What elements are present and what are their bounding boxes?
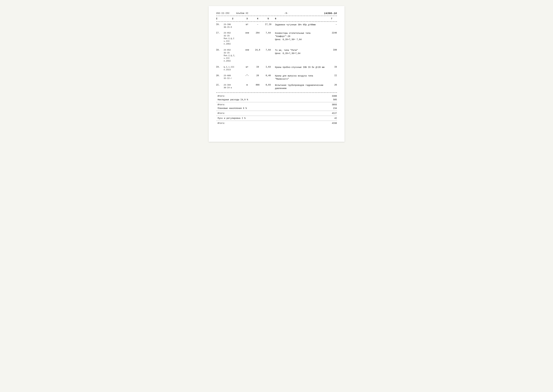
- table-row: I7. 23-65232-I5Поп.2,Ц.Iч.IIIп.295I экм …: [216, 31, 337, 46]
- header-left: 262-I2-I5I Альбом XI: [216, 12, 249, 14]
- doc-code: 262-I2-I5I: [216, 12, 230, 14]
- row-desc: Конвекторы отопительные типа "Комфорт"-2…: [273, 32, 326, 41]
- total-row: Плановые накопления 6 % 234: [216, 106, 337, 110]
- row-qty: 24,8: [252, 49, 263, 51]
- row-total: I6: [326, 66, 337, 68]
- table-row: 2I. 23-I0430-I4-а м 866 0,03 Испытание т…: [216, 83, 337, 91]
- col-header-1: I: [216, 17, 224, 20]
- total-label: Плановые накопления 6 %: [216, 107, 326, 110]
- row-desc: Испытание трубопроводов гидравлическимда…: [273, 84, 326, 90]
- total-row: Итого: 3388: [216, 94, 337, 98]
- row-unit: шт: [242, 23, 252, 26]
- row-unit: м: [242, 84, 252, 86]
- row-unit: экм: [242, 32, 252, 34]
- row-code: 23-65232-I5Поп.2,Ц.Iч.IIIп.295I: [224, 32, 242, 45]
- table-row: I6. 23-I0830-I5-б шт – I7,I0 Задвижки чу…: [216, 22, 337, 29]
- row-price: 0,40: [263, 74, 273, 77]
- totals-section: Итого: 3388 Накладные расходы I4,9 % 505…: [216, 94, 337, 125]
- header-center: -9-: [284, 12, 288, 15]
- row-total: I89: [326, 49, 337, 51]
- row-total: 2246: [326, 32, 337, 34]
- col-header-6: 6: [273, 17, 326, 20]
- row-num: 20.: [216, 74, 224, 77]
- row-num: 2I.: [216, 84, 224, 86]
- row-desc: Краны пробно-спускные I0Б I9 бк Д=20 мм: [273, 66, 326, 69]
- row-code: 23-I0830-I5-б: [224, 23, 242, 29]
- col-header-4: 4: [252, 17, 263, 20]
- row-code: Ц.I,ч.IIIп.I5I3: [224, 66, 242, 71]
- total-label: Накладные расходы I4,9 %: [216, 98, 326, 101]
- total-label: Итого:: [216, 122, 326, 125]
- col-header-5: 5: [263, 17, 273, 20]
- total-value: 4I27: [326, 112, 337, 114]
- total-row: Итого: 4I68: [216, 121, 337, 125]
- total-label: Итого:: [216, 112, 326, 114]
- row-num: I6.: [216, 23, 224, 26]
- row-desc: Краны для выпуска воздуха типа "Маевског…: [273, 74, 326, 81]
- row-price: 0,03: [263, 84, 273, 86]
- col-header-3: 3: [242, 17, 252, 20]
- total-value: 3893: [326, 104, 337, 106]
- total-value: 3388: [326, 95, 337, 97]
- row-qty: I0: [252, 66, 263, 68]
- total-label: Пуск и регулировка I %: [216, 117, 326, 119]
- total-row: Итого: 3893: [216, 103, 337, 106]
- table-row: I8. 23-65232-I5Поп.2,Ц.I,ч.IIIп.255I экм…: [216, 48, 337, 63]
- row-price: 7,64: [263, 49, 273, 51]
- row-desc: То же, типа "Ритм" Цена: 0,28+7,36=7,64: [273, 49, 326, 55]
- album-label: Альбом XI: [236, 12, 248, 14]
- row-code: 23-I0430-I4-а: [224, 84, 242, 89]
- main-table: I6. 23-I0830-I5-б шт – I7,I0 Задвижки чу…: [216, 22, 337, 91]
- col-header-2: 2: [224, 17, 242, 20]
- total-label: Итого:: [216, 104, 326, 106]
- row-code: 23-68932-I2-г: [224, 74, 242, 80]
- row-price: I,63: [263, 66, 273, 68]
- page-number: -9-: [284, 12, 288, 15]
- row-num: I7.: [216, 32, 224, 34]
- row-qty: 294: [252, 32, 263, 34]
- row-qty: –: [252, 23, 263, 26]
- row-code: 23-65232-I5Поп.2,Ц.I,ч.IIIп.255I: [224, 49, 242, 63]
- column-headers: I 2 3 4 5 6 7: [216, 17, 337, 21]
- doc-number: 14396-16: [324, 12, 337, 15]
- total-value: 4I: [326, 117, 337, 119]
- total-row: Пуск и регулировка I % 4I: [216, 116, 337, 120]
- row-total: 26: [326, 84, 337, 86]
- page: 262-I2-I5I Альбом XI -9- 14396-16 I 2 3 …: [209, 6, 345, 142]
- row-unit: шт: [242, 66, 252, 68]
- row-total: –: [326, 23, 337, 26]
- header-right: 14396-16: [324, 12, 337, 15]
- col-header-7: 7: [326, 17, 337, 20]
- row-num: I8.: [216, 49, 224, 51]
- row-qty: 28: [252, 74, 263, 77]
- table-row: 20. 23-68932-I2-г –"– 28 0,40 Краны для …: [216, 73, 337, 82]
- row-num: I9.: [216, 66, 224, 68]
- row-price: 7,64: [263, 32, 273, 34]
- row-desc: Задвижки чугунные 30ч 6бр д=80мм: [273, 23, 326, 26]
- total-value: 234: [326, 107, 337, 110]
- table-row: I9. Ц.I,ч.IIIп.I5I3 шт I0 I,63 Краны про…: [216, 65, 337, 72]
- total-value: 505: [326, 98, 337, 101]
- row-unit: –"–: [242, 74, 252, 77]
- row-unit: экм: [242, 49, 252, 51]
- total-label: Итого:: [216, 95, 326, 97]
- row-qty: 866: [252, 84, 263, 86]
- total-value: 4I68: [326, 122, 337, 125]
- row-price: I7,I0: [263, 23, 273, 26]
- total-row: Итого: 4I27: [216, 112, 337, 115]
- header: 262-I2-I5I Альбом XI -9- 14396-16: [216, 12, 337, 15]
- row-total: II: [326, 74, 337, 77]
- total-row: Накладные расходы I4,9 % 505: [216, 98, 337, 102]
